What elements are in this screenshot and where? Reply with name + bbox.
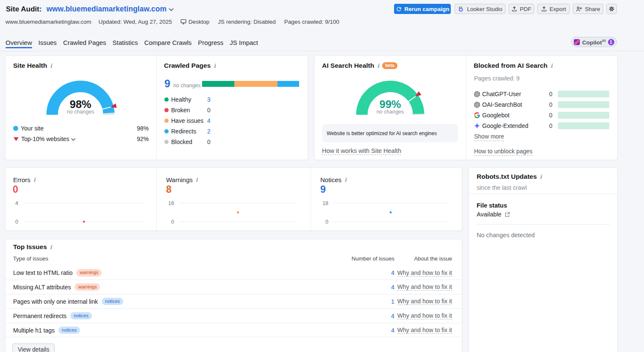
info-icon[interactable]: i bbox=[540, 174, 542, 180]
col-about-the-issue: About the issue bbox=[414, 255, 452, 262]
issue-count-link[interactable]: 4 bbox=[310, 327, 394, 334]
refresh-icon bbox=[396, 6, 402, 12]
info-icon[interactable]: i bbox=[377, 63, 379, 69]
red-dot-icon bbox=[164, 108, 169, 112]
share-button[interactable]: Share bbox=[573, 4, 603, 14]
tab-compare-crawls[interactable]: Compare Crawls bbox=[144, 37, 192, 48]
rerun-campaign-button[interactable]: Rerun campaign bbox=[394, 4, 451, 14]
info-icon[interactable]: i bbox=[196, 177, 198, 183]
looker-studio-button[interactable]: Looker Studio bbox=[455, 4, 505, 14]
why-how-fix-link[interactable]: Why and how to fix it bbox=[397, 298, 452, 305]
info-icon[interactable]: i bbox=[550, 63, 552, 69]
export-button[interactable]: Export bbox=[537, 4, 570, 14]
how-to-unblock-link[interactable]: How to unblock pages bbox=[474, 148, 533, 156]
top-issues-header: Type of issues Number of issues About th… bbox=[6, 255, 462, 266]
info-icon[interactable]: i bbox=[50, 244, 52, 250]
tab-statistics[interactable]: Statistics bbox=[113, 37, 138, 48]
crawled-pages-title-label: Crawled Pages bbox=[164, 62, 211, 69]
info-icon[interactable]: i bbox=[50, 63, 52, 69]
legend-your-site: Your site 98% bbox=[13, 125, 149, 132]
tab-overview[interactable]: Overview bbox=[6, 37, 32, 48]
robots-txt-card: Robots.txt Updatesi since the last crawl… bbox=[469, 167, 618, 352]
external-link-icon[interactable] bbox=[505, 212, 510, 217]
svg-text:16: 16 bbox=[168, 200, 174, 206]
settings-button[interactable] bbox=[606, 4, 617, 14]
view-details-button[interactable]: View details bbox=[12, 344, 55, 352]
issue-count-link[interactable]: 4 bbox=[310, 284, 394, 291]
tab-crawled-pages[interactable]: Crawled Pages bbox=[63, 37, 106, 48]
have-issues-count-link[interactable]: 4 bbox=[207, 117, 211, 124]
ai-message: Website is better optimized for AI searc… bbox=[327, 130, 437, 136]
issue-count-link[interactable]: 4 bbox=[310, 269, 394, 276]
chevron-down-icon[interactable] bbox=[169, 8, 174, 11]
looker-studio-icon bbox=[458, 6, 464, 12]
notices-title: Noticesi bbox=[320, 176, 347, 183]
openai-icon bbox=[474, 102, 480, 108]
crawled-pages-title: Crawled Pagesi bbox=[164, 62, 216, 69]
export-label: Export bbox=[550, 6, 566, 12]
svg-text:98%: 98% bbox=[69, 98, 91, 110]
why-how-fix-link[interactable]: Why and how to fix it bbox=[397, 327, 452, 334]
why-how-fix-link[interactable]: Why and how to fix it bbox=[397, 283, 452, 291]
tab-progress[interactable]: Progress bbox=[198, 37, 223, 48]
bot-row-google-extended: Google-Extended 0 bbox=[474, 123, 528, 129]
bot-row-oai-searchbot: OAI-SearchBot 0 bbox=[474, 102, 522, 108]
chevron-down-icon[interactable] bbox=[71, 138, 75, 141]
ai-message-box: Website is better optimized for AI searc… bbox=[322, 124, 458, 142]
blocked-bar bbox=[558, 112, 609, 119]
legend-have-issues: Have issues 4 bbox=[164, 118, 203, 124]
blocked-ai-title-label: Blocked from AI Search bbox=[474, 62, 547, 69]
site-health-title-label: Site Health bbox=[13, 62, 47, 69]
svg-text:0: 0 bbox=[171, 219, 174, 225]
svg-text:4: 4 bbox=[15, 200, 18, 206]
tab-issues[interactable]: Issues bbox=[39, 37, 57, 48]
issue-count-link[interactable]: 4 bbox=[310, 313, 394, 319]
rerun-campaign-label: Rerun campaign bbox=[405, 6, 450, 12]
top10-value: 92% bbox=[137, 136, 149, 142]
tab-js-impact[interactable]: JS Impact bbox=[230, 37, 258, 48]
col-number-of-issues: Number of issues bbox=[310, 255, 394, 262]
info-icon[interactable]: i bbox=[214, 63, 216, 69]
redirects-count-link[interactable]: 2 bbox=[207, 128, 211, 135]
errors-title-label: Errors bbox=[13, 176, 31, 183]
robots-subtitle: since the last crawl bbox=[477, 184, 527, 191]
svg-text:99%: 99% bbox=[379, 98, 401, 110]
legend-top10-websites[interactable]: Top-10% websites 92% bbox=[13, 136, 149, 142]
healthy-count-link[interactable]: 3 bbox=[207, 96, 211, 103]
why-how-fix-link[interactable]: Why and how to fix it bbox=[397, 269, 452, 277]
legend-redirects: Redirects 2 bbox=[164, 128, 196, 134]
errors-title: Errorsi bbox=[13, 176, 36, 183]
your-site-value: 98% bbox=[137, 125, 149, 132]
info-icon[interactable]: i bbox=[33, 177, 36, 183]
file-status-value: Available bbox=[477, 211, 510, 218]
domain-link[interactable]: www.bluemediamarketinglaw.com bbox=[46, 5, 167, 14]
issue-row: Missing ALT attributes warnings 4 Why an… bbox=[6, 280, 462, 294]
bot-row-googlebot: Googlebot 0 bbox=[474, 112, 510, 118]
ai-search-title-label: AI Search Health bbox=[322, 62, 374, 69]
site-audit-dashboard: Site Audit: www.bluemediamarketinglaw.co… bbox=[0, 0, 644, 352]
crawled-pages-sub: no changes bbox=[173, 83, 201, 89]
info-icon[interactable]: i bbox=[344, 177, 347, 183]
how-to-unblock-label: How to unblock pages bbox=[474, 148, 533, 156]
issue-count-link[interactable]: 1 bbox=[310, 298, 394, 305]
top-issues-footer: View details bbox=[6, 337, 462, 337]
how-it-works-link[interactable]: How it works with Site Health bbox=[322, 147, 401, 155]
header: Site Audit: www.bluemediamarketinglaw.co… bbox=[0, 0, 644, 51]
warnings-badge: warnings bbox=[75, 283, 100, 291]
header-actions: Rerun campaign Looker Studio PDF Export bbox=[394, 4, 617, 14]
share-label: Share bbox=[585, 6, 600, 12]
blocked-ai-title: Blocked from AI Searchi bbox=[474, 62, 552, 69]
show-more-label: Show more bbox=[474, 133, 504, 141]
robots-title: Robots.txt Updatesi bbox=[477, 173, 542, 180]
gear-icon bbox=[609, 6, 614, 12]
broken-count: 0 bbox=[207, 107, 211, 114]
show-more-link[interactable]: Show more bbox=[474, 133, 504, 141]
notices-badge: notices bbox=[102, 298, 123, 305]
top-issues-rows: Low text to HTML ratio warnings 4 Why an… bbox=[6, 266, 462, 337]
site-health-card: 98%no changes Site Healthi Your site 98%… bbox=[5, 55, 308, 160]
copilot-button[interactable]: CopilotAI 1 bbox=[571, 37, 617, 47]
warnings-badge: warnings bbox=[76, 269, 102, 277]
blocked-ai-subtitle: Pages crawled: 9 bbox=[474, 75, 519, 82]
pdf-button[interactable]: PDF bbox=[508, 4, 534, 14]
why-how-fix-link[interactable]: Why and how to fix it bbox=[397, 312, 452, 319]
